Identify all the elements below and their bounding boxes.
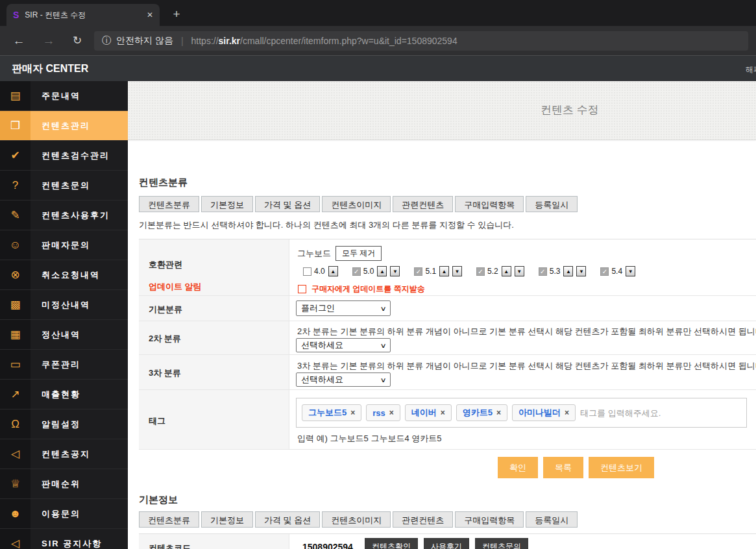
sidebar-item[interactable]: ▦정산내역 xyxy=(0,320,128,350)
tag-remove-icon[interactable]: × xyxy=(496,408,501,417)
content-code-action-button[interactable]: 컨텐츠문의 xyxy=(475,538,528,549)
tab-close-icon[interactable]: ✕ xyxy=(147,10,153,19)
spinner-up-button[interactable]: ▲ xyxy=(563,266,573,276)
sidebar-item[interactable]: ▭쿠폰관리 xyxy=(0,350,128,380)
form-tab-button[interactable]: 구매입력항목 xyxy=(455,511,524,528)
sidebar-item[interactable]: ✔컨텐츠검수관리 xyxy=(0,141,128,171)
sidebar-item[interactable]: ↗매출현황 xyxy=(0,380,128,409)
section-heading-basic: 기본정보 xyxy=(139,494,178,506)
sidebar-item[interactable]: ?컨텐츠문의 xyxy=(0,171,128,201)
tag-remove-icon[interactable]: × xyxy=(389,408,394,417)
form-tab-button[interactable]: 기본정보 xyxy=(201,511,253,528)
tag-input-box[interactable]: 그누보드5×rss×네이버×영카트5×아미나빌더× xyxy=(296,398,747,428)
form-tab-button[interactable]: 컨텐츠분류 xyxy=(139,196,199,212)
cancel-circle-icon: ⊗ xyxy=(0,260,30,289)
users-icon: ☻ xyxy=(0,499,30,528)
notify-checkbox[interactable] xyxy=(298,285,306,293)
sidebar-item-label: 판매순위 xyxy=(30,469,128,498)
version-checkbox[interactable]: ✓ xyxy=(414,267,422,276)
sidebar-item[interactable]: ✎컨텐츠사용후기 xyxy=(0,201,128,230)
content-code-action-button[interactable]: 컨텐츠확인 xyxy=(365,538,418,549)
list-button[interactable]: 목록 xyxy=(543,457,583,478)
chevron-down-icon: ∨ xyxy=(380,305,386,312)
sidebar-item[interactable]: ♕판매순위 xyxy=(0,469,128,499)
form-tab-button[interactable]: 등록일시 xyxy=(526,511,578,528)
spinner-down-button[interactable]: ▼ xyxy=(626,266,635,276)
basic-category-select[interactable]: 플러그인 ∨ xyxy=(296,300,391,316)
sidebar: ▤주문내역❒컨텐츠관리✔컨텐츠검수관리?컨텐츠문의✎컨텐츠사용후기☺판매자문의⊗… xyxy=(0,81,128,549)
form-tab-button[interactable]: 컨텐츠분류 xyxy=(139,511,199,528)
form-tab-button[interactable]: 컨텐츠이미지 xyxy=(322,511,391,528)
table-row-compat: 호환관련 업데이트 알림 그누보드 모두 제거 4.0▲✓5.0▲▼✓5.1▲▼… xyxy=(139,239,756,296)
remove-all-button[interactable]: 모두 제거 xyxy=(335,246,382,261)
sidebar-item-label: 컨텐츠관리 xyxy=(30,111,128,140)
view-content-button[interactable]: 컨텐츠보기 xyxy=(589,457,654,478)
sidebar-item[interactable]: ☻이용문의 xyxy=(0,499,128,529)
form-tab-button[interactable]: 가격 및 옵션 xyxy=(255,511,320,528)
tag-remove-icon[interactable]: × xyxy=(350,408,355,417)
confirm-button[interactable]: 확인 xyxy=(498,457,538,478)
spinner-up-button[interactable]: ▲ xyxy=(439,266,449,276)
version-checkbox[interactable] xyxy=(303,267,311,276)
content-code-action-button[interactable]: 사용후기 xyxy=(424,538,469,549)
spinner-down-button[interactable]: ▼ xyxy=(390,266,400,276)
tag-remove-icon[interactable]: × xyxy=(441,408,445,417)
second-category-label: 2차 분류 xyxy=(149,333,181,345)
sidebar-item[interactable]: ▤주문내역 xyxy=(0,81,128,111)
tag-chip[interactable]: 그누보드5× xyxy=(302,404,361,421)
form-tab-button[interactable]: 가격 및 옵션 xyxy=(255,196,320,212)
tag-chip[interactable]: 아미나빌더× xyxy=(512,404,576,421)
reload-icon[interactable]: ↻ xyxy=(67,31,87,51)
address-bar[interactable]: ⓘ 안전하지 않음 | https://sir.kr/cmall/cpcente… xyxy=(94,31,748,51)
third-category-select[interactable]: 선택하세요 ∨ xyxy=(296,372,391,387)
form-tab-button[interactable]: 관련컨텐츠 xyxy=(393,196,453,212)
row-cell-basic-category: 플러그인 ∨ xyxy=(289,296,756,321)
spinner-down-button[interactable]: ▼ xyxy=(576,266,586,276)
pencil-icon: ✎ xyxy=(0,201,30,230)
version-checkbox[interactable]: ✓ xyxy=(539,267,547,276)
row-header-basic-category: 기본분류 xyxy=(139,296,289,321)
tag-text: 그누보드5 xyxy=(308,407,347,419)
version-checkbox[interactable]: ✓ xyxy=(352,267,361,276)
tag-remove-icon[interactable]: × xyxy=(565,408,569,417)
sidebar-item[interactable]: ◁SIR 공지사항 xyxy=(0,529,128,549)
back-icon[interactable]: ← xyxy=(9,31,29,51)
new-tab-button[interactable]: + xyxy=(167,5,186,23)
spinner-up-button[interactable]: ▲ xyxy=(377,266,387,276)
sidebar-item[interactable]: ▩미정산내역 xyxy=(0,290,128,320)
page-title-band: 컨텐츠 수정 xyxy=(128,81,756,140)
version-checkbox[interactable]: ✓ xyxy=(600,267,609,276)
content-code-value: 1508902594 xyxy=(302,542,353,549)
sidebar-item[interactable]: ❒컨텐츠관리 xyxy=(0,111,128,141)
spinner-down-button[interactable]: ▼ xyxy=(452,266,462,276)
spinner-down-button[interactable]: ▼ xyxy=(515,266,524,276)
spinner-up-button[interactable]: ▲ xyxy=(502,266,511,276)
sidebar-item-label: 컨텐츠문의 xyxy=(30,171,128,200)
form-tab-button[interactable]: 관련컨텐츠 xyxy=(393,511,453,528)
tag-chip[interactable]: 네이버× xyxy=(405,404,452,421)
sidebar-item[interactable]: ◁컨텐츠공지 xyxy=(0,439,128,469)
person-question-icon: ☺ xyxy=(0,230,30,260)
question-icon: ? xyxy=(0,171,30,200)
form-tab-button[interactable]: 구매입력항목 xyxy=(455,196,524,212)
spinner-up-button[interactable]: ▲ xyxy=(328,266,338,276)
tag-input[interactable] xyxy=(580,408,746,418)
second-category-select[interactable]: 선택하세요 ∨ xyxy=(296,338,391,352)
version-checkbox[interactable]: ✓ xyxy=(476,267,485,276)
tag-chip[interactable]: 영카트5× xyxy=(456,404,507,421)
browser-tab[interactable]: S SIR - 컨텐츠 수정 ✕ xyxy=(6,4,160,26)
sidebar-item[interactable]: ☺판매자문의 xyxy=(0,230,128,260)
form-tab-button[interactable]: 컨텐츠이미지 xyxy=(322,196,391,212)
package-icon: ❒ xyxy=(0,111,30,140)
sidebar-item[interactable]: ⊗취소요청내역 xyxy=(0,260,128,290)
tag-chip[interactable]: rss× xyxy=(366,404,400,421)
tag-list: 그누보드5×rss×네이버×영카트5×아미나빌더× xyxy=(302,404,576,421)
form-tab-button[interactable]: 기본정보 xyxy=(201,196,253,212)
form-tab-button[interactable]: 등록일시 xyxy=(526,196,578,212)
info-icon[interactable]: ⓘ xyxy=(102,35,111,47)
sidebar-item[interactable]: Ω알림설정 xyxy=(0,409,128,439)
version-label: 5.2 xyxy=(487,267,498,276)
forward-icon[interactable]: → xyxy=(39,31,58,51)
calculator-icon: ▦ xyxy=(0,320,30,349)
row-header-second-category: 2차 분류 xyxy=(139,321,289,354)
